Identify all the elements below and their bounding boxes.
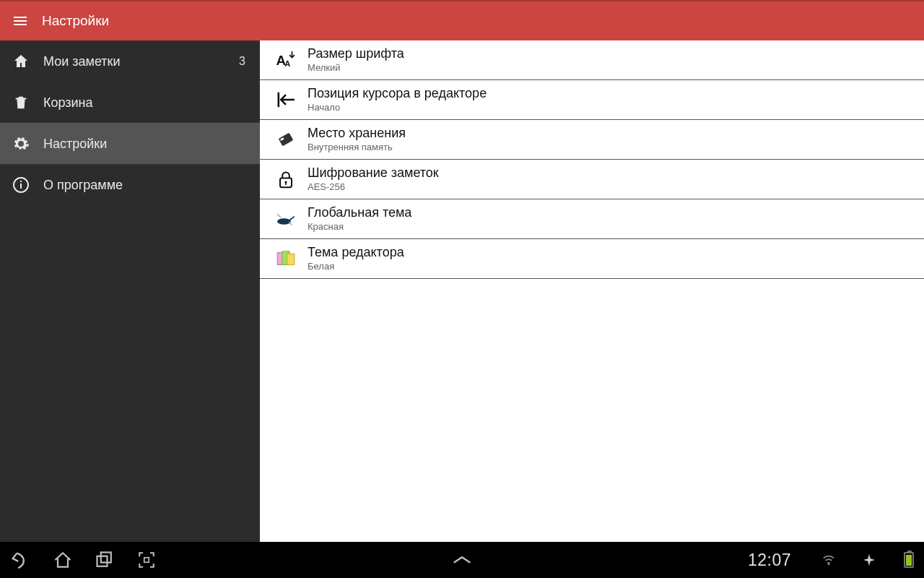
notes-count-badge: 3: [239, 55, 245, 68]
screenshot-button[interactable]: [136, 549, 157, 571]
sidebar-item-label: О программе: [43, 178, 123, 193]
svg-point-10: [277, 218, 291, 225]
page-title: Настройки: [42, 13, 109, 29]
recent-apps-button[interactable]: [94, 549, 116, 571]
svg-rect-1: [20, 184, 22, 189]
menu-button[interactable]: [9, 9, 32, 33]
sidebar-item-label: Настройки: [43, 137, 107, 152]
svg-rect-2: [20, 181, 22, 182]
svg-rect-9: [285, 182, 287, 185]
status-clock: 12:07: [748, 551, 791, 570]
hamburger-icon: [12, 12, 29, 30]
home-icon: [12, 52, 30, 71]
setting-title: Позиция курсора в редакторе: [308, 86, 487, 101]
svg-point-17: [828, 564, 830, 566]
svg-text:A: A: [284, 59, 290, 68]
setting-value: Белая: [308, 261, 404, 272]
home-button[interactable]: [52, 549, 74, 571]
storage-icon: [271, 125, 300, 154]
setting-value: Красная: [308, 221, 411, 233]
setting-title: Шифрование заметок: [308, 165, 439, 181]
info-icon: [12, 176, 30, 194]
setting-storage-location[interactable]: Место хранения Внутренняя память: [260, 120, 924, 160]
airplane-mode-icon: [862, 553, 876, 567]
wifi-icon: [821, 553, 836, 567]
setting-font-size[interactable]: A A Размер шрифта Мелкий: [260, 40, 924, 80]
setting-title: Размер шрифта: [308, 46, 404, 61]
main-split: Мои заметки 3 Корзина Настройки О пр: [0, 40, 924, 542]
svg-rect-13: [287, 254, 295, 264]
system-nav-bar: 12:07: [0, 542, 924, 578]
cursor-start-icon: [271, 85, 300, 114]
sidebar-item-about[interactable]: О программе: [0, 164, 260, 205]
setting-cursor-position[interactable]: Позиция курсора в редакторе Начало: [260, 80, 924, 120]
setting-title: Глобальная тема: [308, 205, 411, 220]
setting-editor-theme[interactable]: Тема редактора Белая: [260, 239, 924, 279]
svg-rect-14: [97, 556, 108, 566]
svg-rect-16: [144, 558, 149, 563]
trash-icon: [12, 93, 30, 112]
app-bar: Настройки: [0, 0, 924, 40]
sidebar-item-trash[interactable]: Корзина: [0, 82, 260, 123]
setting-title: Место хранения: [308, 126, 406, 141]
sidebar-item-settings[interactable]: Настройки: [0, 123, 260, 164]
sidebar-item-label: Мои заметки: [43, 54, 121, 69]
setting-value: AES-256: [308, 181, 439, 193]
expand-up-button[interactable]: [451, 549, 473, 571]
sidebar-item-label: Корзина: [43, 95, 93, 111]
sidebar-item-my-notes[interactable]: Мои заметки 3: [0, 40, 260, 82]
brush-icon: [271, 204, 300, 233]
palette-icon: [271, 244, 300, 273]
setting-title: Тема редактора: [308, 245, 404, 260]
svg-rect-15: [101, 553, 111, 563]
settings-list: A A Размер шрифта Мелкий: [260, 40, 924, 542]
sidebar: Мои заметки 3 Корзина Настройки О пр: [0, 40, 260, 542]
setting-value: Мелкий: [308, 62, 404, 74]
setting-global-theme[interactable]: Глобальная тема Красная: [260, 199, 924, 239]
lock-icon: [271, 165, 300, 194]
gear-icon: [12, 134, 30, 153]
setting-value: Внутренняя память: [308, 142, 406, 153]
font-size-icon: A A: [271, 46, 300, 74]
battery-icon: [897, 552, 914, 568]
back-button[interactable]: [10, 549, 32, 571]
setting-encryption[interactable]: Шифрование заметок AES-256: [260, 160, 924, 199]
setting-value: Начало: [308, 102, 487, 113]
